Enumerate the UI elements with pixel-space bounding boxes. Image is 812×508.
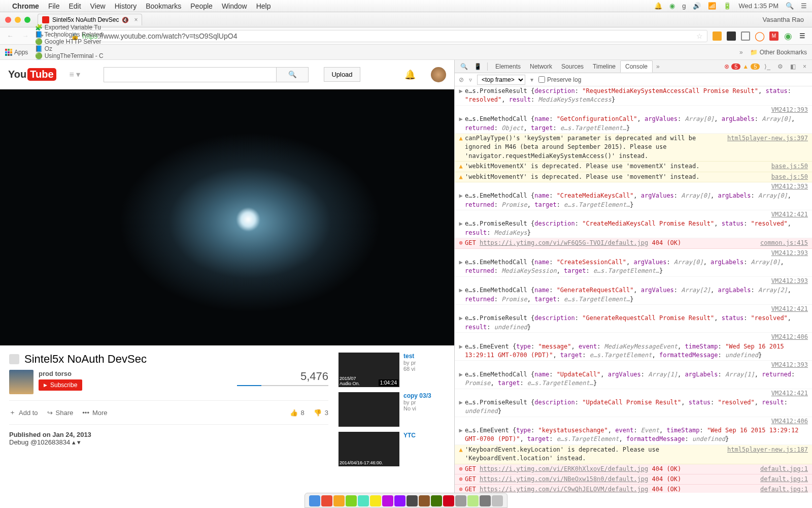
- console-output[interactable]: ▶e…s.PromiseResult {description: "Reques…: [455, 86, 812, 493]
- spotlight-icon[interactable]: 🔍: [786, 2, 794, 10]
- console-row[interactable]: ⊗GET https://i.ytimg.com/vi/ERK0hXlxovE/…: [455, 464, 812, 474]
- source-link[interactable]: default.jpg:1: [760, 485, 808, 493]
- source-link[interactable]: VM2412:406: [771, 333, 808, 341]
- chrome-menu-icon[interactable]: ☰: [798, 31, 807, 41]
- app-name[interactable]: Chrome: [12, 2, 39, 10]
- clear-console-icon[interactable]: ⊘: [459, 76, 464, 83]
- menu-item[interactable]: View: [90, 2, 106, 10]
- menu-item[interactable]: Window: [222, 2, 247, 10]
- dock-app[interactable]: [321, 495, 332, 506]
- mute-icon[interactable]: 🔇: [122, 17, 129, 23]
- dock-app[interactable]: [333, 495, 345, 506]
- back-button[interactable]: ←: [5, 31, 15, 41]
- guide-button[interactable]: ≡ ▾: [70, 70, 81, 79]
- chrome-profile-name[interactable]: Vasantha Rao: [763, 16, 807, 23]
- frame-select[interactable]: <top frame>: [477, 75, 525, 85]
- source-link[interactable]: html5player-new.js:187: [727, 446, 808, 463]
- bookmark-item[interactable]: 🟢 Google HTTP Server: [35, 38, 103, 45]
- notification-bell-icon[interactable]: 🔔: [404, 69, 416, 80]
- devtools-tab-console[interactable]: Console: [620, 60, 653, 73]
- dock-app[interactable]: [309, 495, 320, 506]
- dock-app[interactable]: [407, 495, 418, 506]
- other-bookmarks-button[interactable]: 📁 Other Bookmarks: [750, 49, 807, 56]
- notification-icon[interactable]: 🔔: [654, 2, 662, 10]
- subscribe-button[interactable]: Subscribe: [39, 379, 82, 391]
- search-button[interactable]: 🔍: [276, 67, 309, 82]
- menu-item[interactable]: Bookmarks: [146, 2, 181, 10]
- source-link[interactable]: default.jpg:1: [760, 475, 808, 484]
- dock-app[interactable]: [358, 495, 369, 506]
- channel-name[interactable]: prod torso: [39, 370, 82, 377]
- bookmark-item[interactable]: 🧩 Exported Variable Tu: [35, 24, 103, 31]
- maximize-window-button[interactable]: [24, 17, 30, 23]
- cast-icon[interactable]: [741, 31, 750, 41]
- ext-icon[interactable]: [727, 31, 736, 41]
- console-row[interactable]: ▶e…s.PromiseResult {description: "Create…: [455, 219, 812, 238]
- warning-count[interactable]: 5: [751, 64, 760, 70]
- apps-button[interactable]: Apps: [5, 49, 28, 56]
- settings-icon[interactable]: ⚙: [775, 63, 786, 70]
- devtools-tab-elements[interactable]: Elements: [491, 61, 525, 72]
- upload-button[interactable]: Upload: [324, 67, 360, 82]
- dock-app[interactable]: [480, 495, 491, 506]
- dock-app[interactable]: [455, 495, 466, 506]
- more-button[interactable]: ••• More: [82, 409, 107, 417]
- menu-icon[interactable]: ☰: [801, 2, 807, 10]
- drawer-icon[interactable]: ⟩_: [762, 63, 773, 70]
- source-link[interactable]: html5player-new.js:397: [727, 134, 808, 161]
- console-row[interactable]: ⊗GET https://i.ytimg.com/vi/NBeOxw158n0/…: [455, 474, 812, 485]
- console-row[interactable]: ▲'webkitMovementX' is deprecated. Please…: [455, 162, 812, 172]
- devtools-tab-network[interactable]: Network: [525, 61, 557, 72]
- console-row[interactable]: ▶e…s.EmeEvent {type: "message", event: M…: [455, 342, 812, 361]
- menu-item[interactable]: Help: [256, 2, 271, 10]
- menu-item[interactable]: History: [115, 2, 137, 10]
- menu-item[interactable]: File: [48, 2, 60, 10]
- close-tab-icon[interactable]: ×: [134, 16, 138, 23]
- youtube-logo[interactable]: YouTube: [8, 68, 56, 81]
- dock-app[interactable]: [467, 495, 479, 506]
- error-count[interactable]: 5: [731, 64, 740, 70]
- clock[interactable]: Wed 1:35 PM: [738, 2, 779, 10]
- console-row[interactable]: ⊗GET https://i.ytimg.com/vi/wF6Q5G-TVOI/…: [455, 238, 812, 248]
- filter-icon[interactable]: ▿: [469, 76, 472, 83]
- dock-app[interactable]: [443, 495, 454, 506]
- menu-item[interactable]: Edit: [69, 2, 81, 10]
- more-tabs-icon[interactable]: »: [654, 63, 662, 70]
- share-button[interactable]: ↪ Share: [47, 409, 74, 417]
- related-video[interactable]: 2015/07Audio On.1:04:24testby pr68 vi: [339, 353, 445, 387]
- related-video[interactable]: copy 03/3by prNo vi: [339, 392, 445, 427]
- source-link[interactable]: VM2412:393: [771, 249, 808, 258]
- console-row[interactable]: ▶e…s.EmeMethodCall {name: "CreateSession…: [455, 258, 812, 277]
- address-bar[interactable]: 🔒 https://www.youtube.com/watch?v=tsO9Sq…: [66, 30, 707, 42]
- dock-app[interactable]: [394, 495, 405, 506]
- related-video[interactable]: 2014/04/16-17:46:00.YTC: [339, 432, 445, 466]
- source-link[interactable]: base.js:50: [771, 173, 808, 181]
- dock-app[interactable]: [431, 495, 442, 506]
- source-link[interactable]: common.js:415: [760, 239, 808, 247]
- console-row[interactable]: ▶e…s.PromiseResult {description: "Reques…: [455, 86, 812, 106]
- device-icon[interactable]: 📱: [471, 63, 484, 70]
- source-link[interactable]: VM2412:421: [771, 389, 808, 398]
- user-avatar[interactable]: [431, 67, 446, 82]
- devtools-tab-sources[interactable]: Sources: [557, 61, 588, 72]
- dock-app[interactable]: [346, 495, 357, 506]
- video-player[interactable]: [0, 89, 454, 345]
- ext-icon[interactable]: M: [769, 31, 779, 41]
- bookmark-item[interactable]: 📘 Oz: [35, 45, 103, 52]
- inspect-icon[interactable]: 🔍: [458, 63, 470, 70]
- like-button[interactable]: 👍 8: [290, 409, 304, 417]
- console-row[interactable]: ▶e…s.PromiseResult {description: "Genera…: [455, 313, 812, 333]
- bookmarks-overflow-icon[interactable]: »: [739, 49, 743, 56]
- bookmark-item[interactable]: 📘 Technologies Related: [35, 31, 103, 38]
- search-input[interactable]: [104, 67, 276, 82]
- console-row[interactable]: ▶e…s.EmeMethodCall {name: "CreateMediaKe…: [455, 191, 812, 210]
- source-link[interactable]: base.js:50: [771, 162, 808, 171]
- add-to-button[interactable]: ＋ Add to: [9, 408, 38, 417]
- volume-icon[interactable]: 🔊: [693, 2, 701, 10]
- console-row[interactable]: ▶e…s.EmeMethodCall {name: "GenerateReque…: [455, 285, 812, 305]
- source-link[interactable]: VM2412:421: [771, 305, 808, 313]
- dock-app[interactable]: [370, 495, 381, 506]
- source-link[interactable]: default.jpg:1: [760, 465, 808, 473]
- console-row[interactable]: ▶e…s.EmeMethodCall {name: "UpdateCall", …: [455, 370, 812, 389]
- close-devtools-icon[interactable]: ×: [800, 63, 809, 70]
